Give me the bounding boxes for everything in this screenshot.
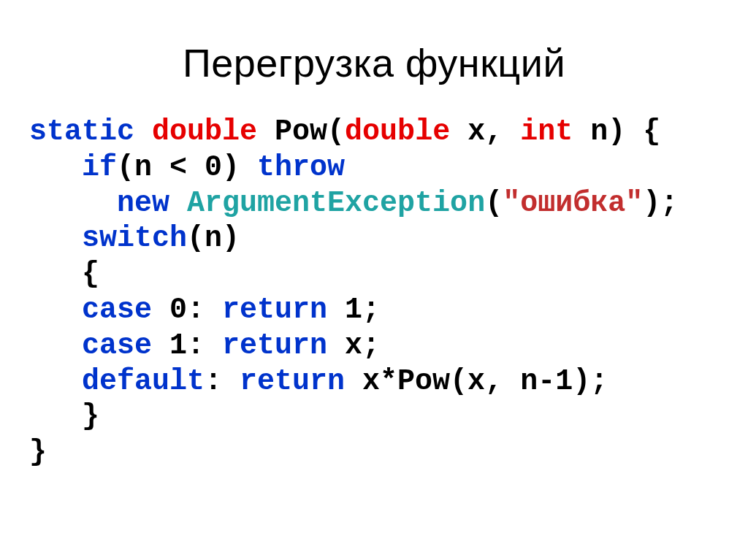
slide-title: Перегрузка функций: [0, 40, 748, 85]
keyword-new: new: [117, 187, 169, 220]
function-name: Pow(: [275, 115, 345, 148]
code-text: (n): [187, 222, 240, 255]
code-line-3: new ArgumentException("ошибка");: [29, 187, 678, 220]
keyword-switch: switch: [82, 222, 187, 255]
code-line-7: case 1: return x;: [29, 329, 380, 362]
keyword-return: return: [240, 365, 345, 398]
code-text: n) {: [573, 115, 660, 148]
space: [257, 115, 275, 148]
code-line-10: }: [29, 436, 47, 469]
indent: [29, 151, 82, 184]
keyword-case: case: [82, 294, 152, 326]
indent: [29, 294, 82, 326]
indent: [29, 365, 82, 398]
code-text: 1;: [327, 294, 380, 326]
type-int: int: [520, 115, 573, 148]
code-text: :: [205, 365, 240, 398]
code-line-4: switch(n): [29, 222, 240, 255]
code-text: 0:: [152, 294, 222, 326]
type-double: double: [345, 115, 450, 148]
space: [240, 151, 257, 184]
keyword-return: return: [222, 329, 327, 362]
paren: (: [485, 187, 503, 220]
brace: }: [29, 436, 47, 469]
keyword-throw: throw: [257, 151, 345, 184]
indent: [29, 187, 117, 220]
keyword-if: if: [82, 151, 117, 184]
code-text: (n < 0): [117, 151, 240, 184]
code-text: 1:: [152, 329, 222, 362]
string-literal: "ошибка": [503, 187, 643, 220]
keyword-static: static: [29, 115, 134, 148]
slide: Перегрузка функций static double Pow(dou…: [0, 0, 748, 560]
indent: [29, 222, 82, 255]
type-double: double: [152, 115, 257, 148]
code-text: x*Pow(x, n-1);: [345, 365, 608, 398]
indent: [29, 258, 82, 291]
code-text: x,: [450, 115, 520, 148]
keyword-return: return: [222, 294, 327, 326]
code-line-6: case 0: return 1;: [29, 294, 380, 326]
code-text: x;: [327, 329, 380, 362]
brace: {: [82, 258, 99, 291]
code-line-5: {: [29, 258, 99, 291]
paren: );: [643, 187, 678, 220]
keyword-case: case: [82, 329, 152, 362]
code-block: static double Pow(double x, int n) { if(…: [29, 115, 748, 471]
brace: }: [82, 400, 99, 433]
code-line-9: }: [29, 400, 99, 433]
space: [134, 115, 152, 148]
code-line-2: if(n < 0) throw: [29, 151, 345, 184]
indent: [29, 329, 82, 362]
class-argument-exception: ArgumentException: [187, 187, 485, 220]
keyword-default: default: [82, 365, 205, 398]
code-line-1: static double Pow(double x, int n) {: [29, 115, 660, 148]
code-line-8: default: return x*Pow(x, n-1);: [29, 365, 608, 398]
space: [169, 187, 187, 220]
indent: [29, 400, 82, 433]
